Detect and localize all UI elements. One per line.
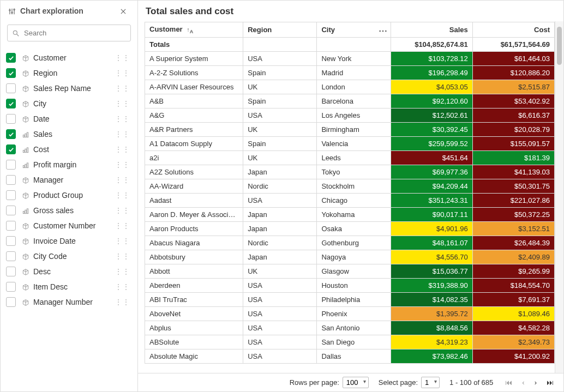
- checkbox[interactable]: [6, 175, 16, 185]
- table-row[interactable]: A2Z SolutionsJapanTokyo$69,977.36$41,139…: [145, 165, 555, 179]
- field-label: Manager: [33, 176, 112, 184]
- checkbox[interactable]: [6, 144, 16, 154]
- table-row[interactable]: AadastUSAChicago$351,243.31$221,027.86: [145, 194, 555, 208]
- drag-handle-icon[interactable]: ⋮⋮: [112, 53, 132, 62]
- field-row[interactable]: Cost⋮⋮: [4, 142, 134, 157]
- table-row[interactable]: A Superior SystemUSANew York$103,728.12$…: [145, 52, 555, 66]
- drag-handle-icon[interactable]: ⋮⋮: [112, 191, 132, 200]
- column-header-city[interactable]: City ⋯: [317, 22, 391, 38]
- first-page-icon[interactable]: ⏮: [503, 377, 514, 388]
- close-icon[interactable]: [117, 6, 130, 16]
- table-row[interactable]: A&BSpainBarcelona$92,120.60$53,402.92: [145, 94, 555, 108]
- table-row[interactable]: AboveNetUSAPhoenix$1,395.72$1,089.46: [145, 307, 555, 321]
- table-row[interactable]: a2iUKLeeds$451.64$181.39: [145, 151, 555, 165]
- rows-per-page-select[interactable]: 100: [343, 377, 369, 388]
- checkbox[interactable]: [6, 236, 16, 246]
- drag-handle-icon[interactable]: ⋮⋮: [112, 267, 132, 276]
- column-header-region[interactable]: Region: [243, 22, 317, 38]
- field-row[interactable]: Sales⋮⋮: [4, 126, 134, 142]
- field-row[interactable]: Profit margin⋮⋮: [4, 157, 134, 172]
- checkbox[interactable]: [6, 83, 16, 93]
- drag-handle-icon[interactable]: ⋮⋮: [112, 145, 132, 154]
- checkbox[interactable]: [6, 282, 16, 292]
- field-row[interactable]: Customer⋮⋮: [4, 50, 134, 65]
- drag-handle-icon[interactable]: ⋮⋮: [112, 176, 132, 184]
- drag-handle-icon[interactable]: ⋮⋮: [112, 237, 132, 245]
- checkbox[interactable]: [6, 297, 16, 307]
- search-input-wrapper[interactable]: [7, 25, 131, 41]
- field-row[interactable]: Gross sales⋮⋮: [4, 203, 134, 218]
- column-header-cost[interactable]: Cost: [472, 22, 554, 38]
- field-row[interactable]: City Code⋮⋮: [4, 249, 134, 264]
- checkbox[interactable]: [6, 190, 16, 200]
- drag-handle-icon[interactable]: ⋮⋮: [112, 130, 132, 138]
- table-row[interactable]: ABI TruTracUSAPhiladelphia$14,082.35$7,6…: [145, 293, 555, 307]
- cell-sales: $4,556.70: [391, 250, 472, 264]
- table-row[interactable]: AbbotsburyJapanNagoya$4,556.70$2,409.89: [145, 250, 555, 264]
- last-page-icon[interactable]: ⏭: [544, 377, 556, 388]
- checkbox[interactable]: [6, 206, 16, 215]
- field-row[interactable]: Invoice Date⋮⋮: [4, 233, 134, 249]
- next-page-icon[interactable]: ›: [532, 377, 539, 388]
- vertical-scrollbar[interactable]: [555, 21, 563, 373]
- table-row[interactable]: A&R PartnersUKBirmingham$30,392.45$20,02…: [145, 123, 555, 137]
- field-row[interactable]: Sales Rep Name⋮⋮: [4, 81, 134, 96]
- drag-handle-icon[interactable]: ⋮⋮: [112, 84, 132, 93]
- table-row[interactable]: AbbottUKGlasgow$15,036.77$9,265.99: [145, 264, 555, 279]
- drag-handle-icon[interactable]: ⋮⋮: [112, 69, 132, 77]
- table-row[interactable]: Abacus NiagaraNordicGothenburg$48,161.07…: [145, 236, 555, 250]
- field-row[interactable]: Product Group⋮⋮: [4, 188, 134, 203]
- field-label: Item Desc: [33, 282, 112, 291]
- checkbox[interactable]: [6, 129, 16, 139]
- checkbox[interactable]: [6, 114, 16, 124]
- drag-handle-icon[interactable]: ⋮⋮: [112, 221, 132, 230]
- cell-cost: $50,301.75: [472, 179, 554, 194]
- drag-handle-icon[interactable]: ⋮⋮: [112, 282, 132, 291]
- checkbox[interactable]: [6, 251, 16, 261]
- table-row[interactable]: ABSoluteUSASan Diego$4,319.23$2,349.73: [145, 335, 555, 349]
- drag-handle-icon[interactable]: ⋮⋮: [112, 298, 132, 306]
- scrollbar-thumb[interactable]: [557, 27, 562, 65]
- table-row[interactable]: A-2-Z SolutionsSpainMadrid$196,298.49$12…: [145, 66, 555, 80]
- drag-handle-icon[interactable]: ⋮⋮: [112, 114, 132, 123]
- table-row[interactable]: Absolute MagicUSADallas$73,982.46$41,200…: [145, 349, 555, 364]
- checkbox[interactable]: [6, 160, 16, 170]
- drag-handle-icon[interactable]: ⋮⋮: [112, 160, 132, 169]
- checkbox[interactable]: [6, 68, 16, 78]
- cell-sales: $259,599.52: [391, 137, 472, 151]
- cell-cost: $2,349.73: [472, 335, 554, 349]
- table-row[interactable]: Aaron D. Meyer & AssociatesJapanYokohama…: [145, 208, 555, 222]
- table-row[interactable]: AbplusUSASan Antonio$8,848.56$4,582.28: [145, 321, 555, 335]
- field-row[interactable]: Manager⋮⋮: [4, 172, 134, 188]
- table-row[interactable]: AberdeenUSAHouston$319,388.90$184,554.70: [145, 279, 555, 293]
- field-row[interactable]: Item Desc⋮⋮: [4, 279, 134, 294]
- table-row[interactable]: A1 Datacom SupplySpainValencia$259,599.5…: [145, 137, 555, 151]
- cell-region: UK: [243, 80, 317, 94]
- table-row[interactable]: AA-WizardNordicStockholm$94,209.44$50,30…: [145, 179, 555, 194]
- table-row[interactable]: Aaron ProductsJapanOsaka$4,901.96$3,152.…: [145, 222, 555, 236]
- prev-page-icon[interactable]: ‹: [520, 377, 526, 388]
- checkbox[interactable]: [6, 221, 16, 231]
- column-header-customer[interactable]: Customer ↑A: [145, 22, 243, 38]
- drag-handle-icon[interactable]: ⋮⋮: [112, 252, 132, 261]
- field-row[interactable]: Manager Number⋮⋮: [4, 294, 134, 310]
- select-page-select[interactable]: 1: [421, 377, 440, 388]
- field-row[interactable]: City⋮⋮: [4, 96, 134, 111]
- checkbox[interactable]: [6, 99, 16, 108]
- svg-rect-12: [27, 132, 28, 137]
- drag-handle-icon[interactable]: ⋮⋮: [112, 99, 132, 108]
- field-row[interactable]: Region⋮⋮: [4, 65, 134, 81]
- cell-cost: $61,464.03: [472, 52, 554, 66]
- checkbox[interactable]: [6, 53, 16, 63]
- table-row[interactable]: A&GUSALos Angeles$12,502.61$6,616.37: [145, 108, 555, 123]
- field-row[interactable]: Date⋮⋮: [4, 111, 134, 126]
- field-row[interactable]: Customer Number⋮⋮: [4, 218, 134, 233]
- cell-customer: AA-Wizard: [145, 179, 243, 194]
- table-row[interactable]: A-ARVIN Laser ResourcesUKLondon$4,053.05…: [145, 80, 555, 94]
- column-header-sales[interactable]: Sales: [391, 22, 472, 38]
- column-options-icon[interactable]: ⋯: [379, 26, 387, 36]
- search-input[interactable]: [23, 28, 126, 38]
- checkbox[interactable]: [6, 267, 16, 276]
- field-row[interactable]: Desc⋮⋮: [4, 264, 134, 279]
- drag-handle-icon[interactable]: ⋮⋮: [112, 206, 132, 215]
